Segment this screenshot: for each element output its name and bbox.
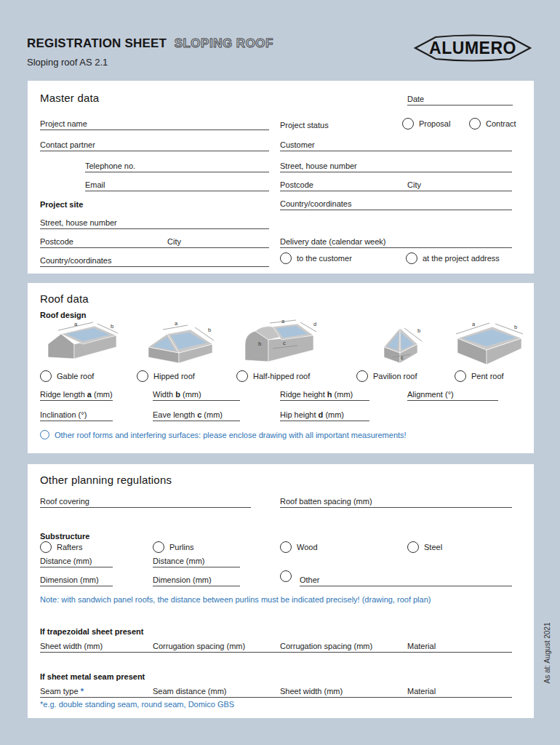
planning-title: Other planning regulations [40,474,172,486]
half-hipped-dim-d: d [313,321,316,327]
roof-type-pavilion-option[interactable]: Pavilion roof [356,370,417,382]
delivery-to-customer-option[interactable]: to the customer [280,252,352,264]
site-street-label: Street, house number [40,218,117,227]
half-hipped-dim-c: c [283,340,286,346]
trapezoid-corrugation2-label: Corrugation spacing (mm) [280,642,372,650]
site-postcode-city-field[interactable]: Postcode City [40,235,269,248]
rafters-radio[interactable] [40,541,52,553]
other-label: Other [300,575,320,584]
telephone-field[interactable]: Telephone no. [85,159,269,172]
other-roof-forms-radio[interactable] [40,430,49,439]
wood-label: Wood [297,543,318,551]
pavilion-roof-icon: b c [355,319,439,366]
site-street-field[interactable]: Street, house number [40,216,269,229]
to-customer-radio[interactable] [280,252,292,264]
seam-sheet-width-label: Sheet width (mm) [280,687,343,696]
width-b-field[interactable]: Width b (mm) [153,388,240,401]
roof-data-title: Roof data [40,292,89,305]
ridge-height-field[interactable]: Ridge height h (mm) [280,388,369,401]
substructure-heading: Substructure [40,532,89,541]
planning-panel: Other planning regulations Roof covering… [28,464,534,718]
email-field[interactable]: Email [85,178,269,191]
pent-roof-radio[interactable] [455,370,466,382]
seam-heading: If sheet metal seam present [40,672,145,681]
proposal-label: Proposal [419,119,450,128]
alignment-label: Alignment (°) [407,390,454,399]
site-country-field[interactable]: Country/coordinates [40,254,269,267]
master-data-panel: Master data Date Project name Project st… [28,81,534,274]
project-name-field[interactable]: Project name [40,117,269,130]
delivery-date-field[interactable]: Delivery date (calendar week) [280,235,512,248]
contact-partner-field[interactable]: Contact partner [40,138,269,151]
contract-option[interactable]: Contract [469,118,516,130]
project-status-label: Project status [280,121,329,130]
customer-field[interactable]: Customer [280,138,512,151]
customer-street-field[interactable]: Street, house number [280,159,512,172]
other-radio[interactable] [280,570,292,582]
proposal-radio[interactable] [402,118,414,130]
page-subtitle: Sloping roof AS 2.1 [27,57,108,68]
logo-text: ALUMERO [429,39,516,57]
contract-radio[interactable] [469,118,481,130]
purlins-distance-field[interactable]: Distance (mm) [153,554,240,567]
hipped-dim-a: a [175,320,178,327]
project-name-label: Project name [40,119,87,128]
other-roof-forms-note: Other roof forms and interfering surface… [55,431,407,439]
customer-country-field[interactable]: Country/coordinates [280,197,512,210]
customer-street-label: Street, house number [280,162,357,170]
roof-type-pent-option[interactable]: Pent roof [455,370,504,382]
pent-dim-a: a [472,321,476,327]
substructure-steel-option[interactable]: Steel [407,541,442,553]
hip-height-field[interactable]: Hip height d (mm) [280,408,369,421]
pavilion-roof-label: Pavilion roof [373,372,417,381]
roof-type-hipped-option[interactable]: Hipped roof [137,370,195,382]
pavilion-dim-b: b [417,327,420,334]
pent-roof-label: Pent roof [471,372,504,381]
roof-type-half-hipped-option[interactable]: Half-hipped roof [236,370,310,382]
rafters-dimension-field[interactable]: Dimension (mm) [40,573,113,586]
half-hipped-dim-b: b [258,340,261,347]
at-project-radio[interactable] [406,252,417,264]
seam-fields-row[interactable]: Seam type * Seam distance (mm) Sheet wid… [40,685,512,698]
batten-spacing-field[interactable]: Roof batten spacing (mm) [280,493,512,508]
hipped-roof-radio[interactable] [137,370,148,382]
substructure-other-option[interactable] [280,570,292,582]
roof-covering-label: Roof covering [40,497,89,506]
gable-roof-radio[interactable] [40,370,52,382]
proposal-option[interactable]: Proposal [402,118,450,130]
eave-length-field[interactable]: Eave length c (mm) [153,408,240,421]
steel-radio[interactable] [407,541,419,553]
inclination-label: Inclination (°) [40,410,87,419]
inclination-field[interactable]: Inclination (°) [40,408,113,421]
site-postcode-label: Postcode [40,237,73,246]
other-roof-forms-option[interactable]: Other roof forms and interfering surface… [40,430,407,439]
hipped-roof-diagram: a b [137,319,224,369]
gable-dim-a: a [74,321,78,327]
substructure-wood-option[interactable]: Wood [280,541,318,553]
substructure-purlins-option[interactable]: Purlins [153,541,194,553]
purlins-dimension-label: Dimension (mm) [153,575,212,584]
wood-radio[interactable] [280,541,292,553]
gable-roof-diagram: a b [41,319,128,369]
roof-data-panel: Roof data Roof design a b a b [28,283,534,453]
purlins-radio[interactable] [153,541,164,553]
ridge-length-field[interactable]: Ridge length a (mm) [40,388,113,401]
roof-type-gable-option[interactable]: Gable roof [40,370,94,382]
other-field[interactable]: Other [300,573,512,586]
substructure-rafters-option[interactable]: Rafters [40,541,82,553]
rafters-distance-field[interactable]: Distance (mm) [40,554,113,567]
delivery-at-project-option[interactable]: at the project address [406,252,500,264]
half-hipped-roof-radio[interactable] [236,370,248,382]
date-field[interactable]: Date [407,92,513,105]
purlins-dimension-field[interactable]: Dimension (mm) [153,573,240,586]
hipped-roof-icon: a b [137,319,224,366]
pavilion-roof-radio[interactable] [356,370,368,382]
alumero-logo-icon: ALUMERO [411,32,535,64]
page-title-outline: SLOPING ROOF [175,36,273,50]
alignment-field[interactable]: Alignment (°) [407,388,498,401]
contact-partner-label: Contact partner [40,140,95,149]
trapezoid-fields-row[interactable]: Sheet width (mm) Corrugation spacing (mm… [40,640,512,653]
customer-postcode-city-field[interactable]: Postcode City [280,178,512,191]
roof-covering-field[interactable]: Roof covering [40,493,251,508]
customer-country-label: Country/coordinates [280,199,351,208]
